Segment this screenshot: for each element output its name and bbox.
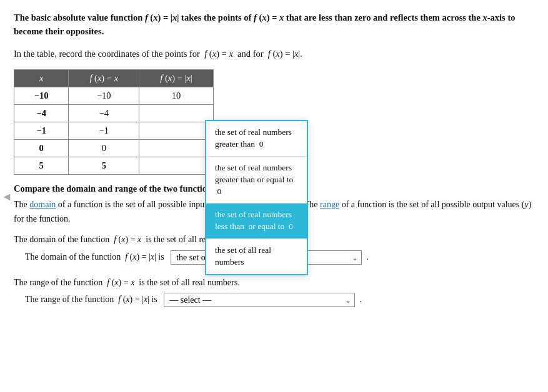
- col-header-fx: f (x) = x: [69, 70, 139, 87]
- popup-option-3[interactable]: the set of real numbers less than or equ…: [206, 203, 307, 239]
- popup-option-2[interactable]: the set of real numbers greater than or …: [206, 157, 307, 204]
- range-dropdown[interactable]: — select — the set of real numbers great…: [164, 293, 355, 307]
- cell-fx-4: 0: [69, 140, 139, 157]
- cell-fx-3: −1: [69, 122, 139, 140]
- table-row: −10 −10 10: [14, 87, 214, 105]
- cell-x-3: −1: [14, 122, 69, 140]
- cell-x-2: −4: [14, 105, 69, 122]
- popup-option-4[interactable]: the set of all real numbers: [206, 239, 307, 274]
- cell-x-4: 0: [14, 140, 69, 157]
- domain-link[interactable]: domain: [29, 200, 56, 209]
- range-fx-line: The range of the function f (x) = x is t…: [14, 275, 534, 290]
- popup-option-1[interactable]: the set of real numbers greater than 0: [206, 121, 307, 157]
- cell-fx-2: −4: [69, 105, 139, 122]
- coordinate-table: x f (x) = x f (x) = |x| −10 −10 10 −4 −4…: [14, 69, 214, 175]
- cell-abs-1: 10: [139, 87, 214, 105]
- cell-x-1: −10: [14, 87, 69, 105]
- cell-x-5: 5: [14, 157, 69, 175]
- intro-bold-text: The basic absolute value function f (x) …: [14, 11, 534, 39]
- cell-abs-4: [139, 140, 214, 157]
- dropdown-popup[interactable]: the set of real numbers greater than 0 t…: [205, 120, 308, 275]
- table-row: 0 0: [14, 140, 214, 157]
- col-header-abs: f (x) = |x|: [139, 70, 214, 87]
- cell-abs-5: [139, 157, 214, 175]
- cell-abs-2: [139, 105, 214, 122]
- cell-fx-1: −10: [69, 87, 139, 105]
- intro-paragraph: The basic absolute value function f (x) …: [14, 11, 534, 61]
- side-arrow[interactable]: ◄: [1, 190, 12, 203]
- range-section: The range of the function f (x) = x is t…: [14, 275, 534, 308]
- range-abs-line: The range of the function f (x) = |x| is…: [14, 292, 534, 308]
- record-instruction: In the table, record the coordinates of …: [14, 47, 534, 61]
- table-row: −4 −4: [14, 105, 214, 122]
- range-link[interactable]: range: [320, 200, 339, 209]
- table-row: −1 −1: [14, 122, 214, 140]
- cell-abs-3: [139, 122, 214, 140]
- range-dropdown-container[interactable]: — select — the set of real numbers great…: [164, 293, 355, 308]
- cell-fx-5: 5: [69, 157, 139, 175]
- table-row: 5 5: [14, 157, 214, 175]
- col-header-x: x: [14, 70, 69, 87]
